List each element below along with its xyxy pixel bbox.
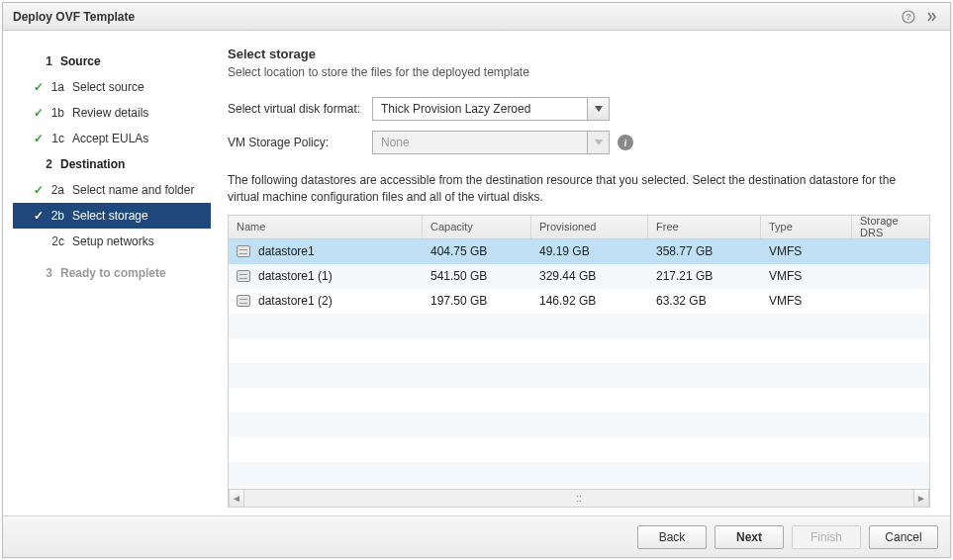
cell-name: datastore1: [229, 239, 423, 264]
cancel-button[interactable]: Cancel: [869, 525, 938, 549]
check-icon: ✓: [31, 106, 47, 120]
page-description: Select location to store the files for t…: [228, 65, 930, 79]
datastore-table: Name Capacity Provisioned Free Type Stor…: [228, 215, 930, 508]
check-icon: ✓: [31, 132, 47, 145]
page-title: Select storage: [228, 47, 930, 61]
check-icon: ✓: [31, 209, 47, 223]
step-select-source[interactable]: ✓ 1a Select source: [3, 74, 216, 100]
cell-provisioned: 146.92 GB: [531, 289, 648, 314]
help-icon[interactable]: ?: [901, 9, 916, 25]
cell-free: 63.32 GB: [648, 289, 761, 314]
cell-free: 358.77 GB: [648, 239, 761, 264]
step-destination[interactable]: 2 Destination: [3, 151, 216, 177]
label-disk-format: Select virtual disk format:: [228, 102, 372, 116]
cell-type: VMFS: [761, 264, 852, 289]
select-storage-policy: None: [372, 131, 610, 154]
col-header-capacity[interactable]: Capacity: [423, 216, 531, 238]
cell-drs: [852, 239, 929, 264]
horizontal-scrollbar[interactable]: ◄ :: ►: [229, 489, 929, 507]
scroll-right-icon[interactable]: ►: [913, 490, 929, 507]
cell-capacity: 541.50 GB: [423, 264, 531, 289]
table-row: [229, 437, 929, 462]
select-disk-format-value: Thick Provision Lazy Zeroed: [373, 102, 587, 116]
dialog-footer: Back Next Finish Cancel: [3, 515, 950, 557]
titlebar: Deploy OVF Template ?: [3, 3, 950, 31]
wizard-sidebar: 1 Source ✓ 1a Select source ✓ 1b Review …: [3, 31, 216, 515]
table-description: The following datastores are accessible …: [228, 172, 930, 207]
col-header-drs[interactable]: Storage DRS: [852, 216, 929, 238]
step-setup-networks[interactable]: 2c Setup networks: [3, 229, 216, 254]
dialog-deploy-ovf: Deploy OVF Template ? 1 Source ✓ 1a Sele…: [2, 2, 951, 558]
cell-name: datastore1 (2): [229, 289, 423, 314]
datastore-icon: [237, 270, 250, 282]
step-accept-eulas[interactable]: ✓ 1c Accept EULAs: [3, 126, 216, 151]
table-header: Name Capacity Provisioned Free Type Stor…: [229, 216, 929, 239]
row-disk-format: Select virtual disk format: Thick Provis…: [228, 97, 930, 121]
back-button[interactable]: Back: [637, 525, 707, 549]
cell-capacity: 197.50 GB: [423, 289, 531, 314]
cell-drs: [852, 289, 929, 314]
cell-provisioned: 49.19 GB: [531, 239, 648, 264]
col-header-type[interactable]: Type: [761, 216, 852, 238]
table-row[interactable]: datastore1 (2)197.50 GB146.92 GB63.32 GB…: [229, 289, 929, 314]
table-row: [229, 314, 929, 338]
table-row: [229, 462, 929, 487]
table-row: [229, 338, 929, 363]
col-header-name[interactable]: Name: [229, 216, 423, 238]
table-row: [229, 388, 929, 413]
cell-type: VMFS: [761, 239, 852, 264]
next-button[interactable]: Next: [715, 525, 784, 549]
check-icon: ✓: [31, 80, 47, 94]
datastore-icon: [237, 295, 250, 307]
wizard-content: Select storage Select location to store …: [216, 31, 950, 515]
label-storage-policy: VM Storage Policy:: [228, 136, 372, 149]
table-row: [229, 413, 929, 437]
step-review-details[interactable]: ✓ 1b Review details: [3, 100, 216, 126]
table-row: [229, 363, 929, 388]
cell-drs: [852, 264, 929, 289]
cell-type: VMFS: [761, 289, 852, 314]
col-header-free[interactable]: Free: [648, 216, 761, 238]
chevron-down-icon[interactable]: [587, 98, 609, 120]
step-ready-complete: 3 Ready to complete: [3, 260, 216, 286]
info-icon[interactable]: i: [618, 135, 633, 150]
select-disk-format[interactable]: Thick Provision Lazy Zeroed: [372, 97, 610, 121]
col-header-provisioned[interactable]: Provisioned: [531, 216, 648, 238]
table-body: datastore1404.75 GB49.19 GB358.77 GBVMFS…: [229, 239, 929, 489]
datastore-icon: [237, 245, 250, 257]
cell-name: datastore1 (1): [229, 264, 423, 289]
scroll-track[interactable]: ::: [244, 493, 913, 504]
expand-icon[interactable]: [924, 9, 940, 25]
cell-capacity: 404.75 GB: [423, 239, 531, 264]
finish-button: Finish: [792, 525, 861, 549]
step-select-storage[interactable]: ✓ 2b Select storage: [13, 203, 211, 229]
table-row[interactable]: datastore1 (1)541.50 GB329.44 GB217.21 G…: [229, 264, 929, 289]
step-select-name-folder[interactable]: ✓ 2a Select name and folder: [3, 177, 216, 203]
scroll-left-icon[interactable]: ◄: [229, 490, 244, 507]
step-source[interactable]: 1 Source: [3, 48, 216, 74]
cell-provisioned: 329.44 GB: [531, 264, 648, 289]
check-icon: ✓: [31, 183, 47, 197]
select-storage-policy-value: None: [373, 136, 587, 149]
chevron-down-icon: [587, 132, 609, 153]
window-title: Deploy OVF Template: [13, 10, 135, 24]
cell-free: 217.21 GB: [648, 264, 761, 289]
dialog-body: 1 Source ✓ 1a Select source ✓ 1b Review …: [3, 31, 950, 515]
row-storage-policy: VM Storage Policy: None i: [228, 131, 930, 154]
table-row[interactable]: datastore1404.75 GB49.19 GB358.77 GBVMFS: [229, 239, 929, 264]
svg-text:?: ?: [905, 12, 911, 22]
